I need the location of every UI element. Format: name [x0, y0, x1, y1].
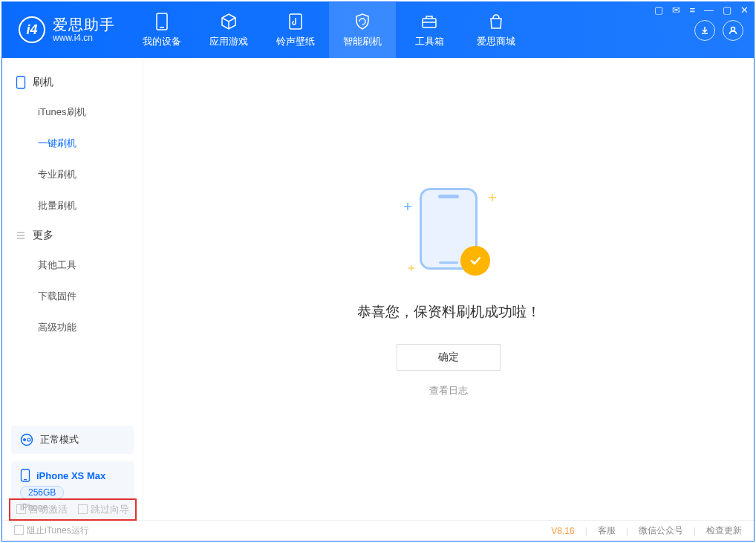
maximize-button[interactable]: ▢ [723, 4, 731, 16]
success-message: 恭喜您，保资料刷机成功啦！ [357, 302, 541, 322]
list-icon [16, 230, 26, 241]
app-logo: i4 爱思助手 www.i4.cn [2, 16, 128, 44]
sidebar-item-advanced[interactable]: 高级功能 [2, 312, 143, 343]
close-button[interactable]: ✕ [740, 4, 749, 16]
cube-icon [219, 12, 238, 31]
tab-ring-wallpaper[interactable]: 铃声壁纸 [262, 2, 329, 58]
sidebar-item-itunes-flash[interactable]: iTunes刷机 [2, 97, 143, 128]
sidebar-item-download-firmware[interactable]: 下载固件 [2, 281, 143, 312]
app-title: 爱思助手 [53, 16, 115, 33]
sidebar-group-more[interactable]: 更多 [2, 221, 143, 250]
device-name-label: iPhone XS Max [36, 470, 105, 481]
user-button[interactable] [723, 20, 743, 41]
header-bar: ▢ ✉ ≡ — ▢ ✕ i4 爱思助手 www.i4.cn 我的设备 应用游戏 [2, 2, 754, 58]
sidebar-item-batch-flash[interactable]: 批量刷机 [2, 190, 143, 221]
sidebar-group-flash[interactable]: 刷机 [2, 68, 143, 97]
logo-icon: i4 [19, 16, 45, 43]
success-illustration [389, 181, 508, 284]
window-controls: ▢ ✉ ≡ — ▢ ✕ [654, 4, 749, 16]
device-icon [20, 469, 30, 482]
sidebar-item-onekey-flash[interactable]: 一键刷机 [2, 128, 143, 159]
shield-refresh-icon [353, 12, 372, 31]
mode-label: 正常模式 [40, 433, 79, 446]
svg-rect-10 [24, 479, 27, 480]
tab-smart-flash[interactable]: 智能刷机 [329, 2, 396, 58]
version-label: V8.16 [551, 526, 574, 536]
tshirt-icon[interactable]: ▢ [654, 4, 663, 16]
mode-icon [20, 433, 33, 446]
check-badge-icon [460, 246, 490, 276]
auto-activate-checkbox[interactable]: 自动激活 [16, 503, 68, 516]
support-link[interactable]: 客服 [598, 524, 616, 537]
toolbox-icon [420, 12, 439, 31]
app-url: www.i4.cn [53, 33, 115, 44]
confirm-button[interactable]: 确定 [397, 344, 501, 371]
svg-rect-1 [160, 27, 164, 28]
music-file-icon [286, 12, 305, 31]
skip-guide-checkbox[interactable]: 跳过向导 [78, 503, 129, 516]
tab-apps-games[interactable]: 应用游戏 [195, 2, 262, 58]
svg-rect-3 [423, 19, 436, 27]
svg-point-7 [23, 438, 26, 441]
feedback-icon[interactable]: ✉ [672, 4, 680, 16]
device-capacity: 256GB [20, 486, 64, 499]
phone-icon [152, 12, 172, 31]
tab-store[interactable]: 爱思商城 [463, 2, 529, 58]
status-bar: 阻止iTunes运行 V8.16 | 客服 | 微信公众号 | 检查更新 [2, 520, 754, 541]
tab-toolbox[interactable]: 工具箱 [396, 2, 463, 58]
wechat-link[interactable]: 微信公众号 [639, 524, 683, 537]
svg-rect-5 [17, 77, 25, 88]
sidebar: 刷机 iTunes刷机 一键刷机 专业刷机 批量刷机 更多 其他工具 下载固件 … [2, 58, 143, 520]
tab-my-device[interactable]: 我的设备 [128, 2, 195, 58]
menu-icon[interactable]: ≡ [689, 4, 695, 16]
download-button[interactable] [694, 20, 715, 41]
block-itunes-checkbox[interactable]: 阻止iTunes运行 [14, 524, 89, 537]
view-log-link[interactable]: 查看日志 [429, 384, 468, 397]
mode-indicator[interactable]: 正常模式 [11, 426, 134, 454]
check-update-link[interactable]: 检查更新 [706, 524, 742, 537]
main-content: 恭喜您，保资料刷机成功啦！ 确定 查看日志 [143, 58, 754, 520]
bag-icon [486, 12, 506, 31]
sidebar-item-pro-flash[interactable]: 专业刷机 [2, 159, 143, 190]
svg-point-4 [731, 27, 735, 30]
svg-point-8 [27, 438, 30, 441]
phone-outline-icon [16, 76, 26, 89]
minimize-button[interactable]: — [704, 4, 714, 16]
sidebar-item-other-tools[interactable]: 其他工具 [2, 250, 143, 281]
flash-options-row: 自动激活 跳过向导 [9, 498, 137, 521]
